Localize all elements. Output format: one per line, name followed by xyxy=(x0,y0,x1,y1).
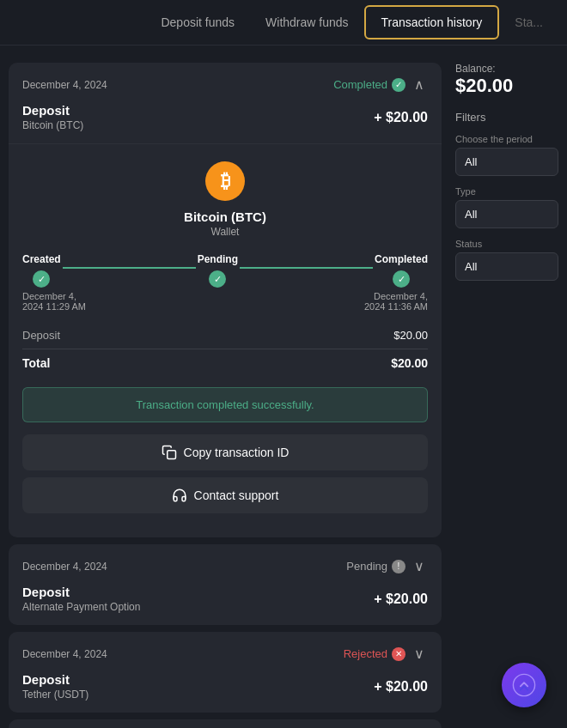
tx3-toggle-btn[interactable]: ∨ xyxy=(411,644,428,664)
main-content: December 4, 2024 Completed ✓ ∧ Deposit B… xyxy=(0,46,567,728)
period-filter-select[interactable]: All xyxy=(455,148,558,176)
tx3-status-icon: ✕ xyxy=(392,647,405,661)
header-nav: Deposit funds Withdraw funds Transaction… xyxy=(0,0,567,46)
type-filter-group: Type All xyxy=(455,186,558,228)
svg-rect-0 xyxy=(167,451,175,459)
success-message: Transaction completed successfully. xyxy=(22,387,428,422)
status-filter-label: Status xyxy=(455,239,558,249)
tx1-status-icon: ✓ xyxy=(392,78,405,92)
copy-icon xyxy=(162,445,177,460)
balance-section: Balance: $20.00 xyxy=(455,63,558,97)
tx1-expanded: ₿ Bitcoin (BTC) Wallet Created ✓ Pending… xyxy=(9,143,442,537)
status-filter-group: Status All xyxy=(455,239,558,281)
contact-support-btn[interactable]: Contact support xyxy=(22,477,428,513)
period-filter-group: Choose the period All xyxy=(455,134,558,176)
tx1-amount: + $20.00 xyxy=(374,110,428,125)
svg-point-1 xyxy=(513,674,534,695)
nav-history[interactable]: Transaction history xyxy=(364,5,500,39)
coin-icon-wrap: ₿ xyxy=(22,161,428,201)
transaction-list: December 4, 2024 Completed ✓ ∧ Deposit B… xyxy=(9,63,442,728)
amounts-table: Deposit $20.00 Total $20.00 xyxy=(22,325,428,373)
nav-deposit[interactable]: Deposit funds xyxy=(145,0,250,46)
transaction-card-4: December 3, 2024 Completed ✓ ∨ xyxy=(9,719,442,728)
tx2-toggle-btn[interactable]: ∨ xyxy=(411,556,428,576)
step-pending-label: Pending xyxy=(198,253,238,265)
coin-subname: Wallet xyxy=(22,226,428,238)
tx3-type: Deposit xyxy=(22,672,88,687)
timestamp-created: December 4,2024 11:29 AM xyxy=(22,291,86,312)
tx2-subtype: Alternate Payment Option xyxy=(22,601,140,613)
step-created-label: Created xyxy=(22,253,61,265)
amounts-deposit-label: Deposit xyxy=(22,329,60,342)
amounts-total-label: Total xyxy=(22,356,50,370)
tx1-toggle-btn[interactable]: ∧ xyxy=(411,75,428,94)
tx3-status: Rejected ✕ xyxy=(344,647,405,661)
step-pending: Pending ✓ xyxy=(198,253,238,288)
tx3-amount: + $20.00 xyxy=(374,679,428,695)
nav-stats[interactable]: Sta... xyxy=(499,0,558,46)
tx2-info: Deposit Alternate Payment Option + $20.0… xyxy=(9,581,442,625)
timestamp-completed: December 4,2024 11:36 AM xyxy=(364,291,428,312)
tx3-subtype: Tether (USDT) xyxy=(22,689,88,701)
type-filter-label: Type xyxy=(455,186,558,197)
transaction-card-1: December 4, 2024 Completed ✓ ∧ Deposit B… xyxy=(9,63,442,537)
filters-label: Filters xyxy=(455,111,558,124)
type-filter-select[interactable]: All xyxy=(455,200,558,228)
tx2-header: December 4, 2024 Pending ! ∨ xyxy=(9,544,442,581)
step-completed: Completed ✓ xyxy=(375,253,428,288)
steps-row: Created ✓ Pending ✓ Completed ✓ xyxy=(22,253,428,288)
tx2-amount: + $20.00 xyxy=(374,592,428,607)
period-filter-label: Choose the period xyxy=(455,134,558,144)
tx3-info: Deposit Tether (USDT) + $20.00 xyxy=(9,669,442,713)
amounts-total-value: $20.00 xyxy=(391,356,428,370)
tx1-type: Deposit xyxy=(22,103,83,118)
amounts-deposit-value: $20.00 xyxy=(393,329,428,342)
nav-withdraw[interactable]: Withdraw funds xyxy=(250,0,363,46)
tx3-header: December 4, 2024 Rejected ✕ ∨ xyxy=(9,632,442,669)
copy-tx-id-btn[interactable]: Copy transaction ID xyxy=(22,434,428,470)
step-connector-2 xyxy=(240,267,373,269)
tx2-status: Pending ! xyxy=(346,560,405,573)
step-pending-dot: ✓ xyxy=(209,270,226,288)
balance-label: Balance: xyxy=(455,63,558,75)
step-connector-1 xyxy=(63,267,196,269)
step-completed-dot: ✓ xyxy=(393,270,410,288)
tx2-type: Deposit xyxy=(22,585,140,599)
status-filter-select[interactable]: All xyxy=(455,252,558,281)
tx1-header: December 4, 2024 Completed ✓ ∧ xyxy=(9,63,442,100)
fab-button[interactable] xyxy=(502,663,546,707)
tx1-date: December 4, 2024 xyxy=(22,79,107,91)
step-created-dot: ✓ xyxy=(33,270,50,288)
tx3-date: December 4, 2024 xyxy=(22,648,107,660)
coin-name: Bitcoin (BTC) xyxy=(22,209,428,224)
fab-icon xyxy=(512,673,536,697)
tx2-date: December 4, 2024 xyxy=(22,561,107,573)
amounts-deposit-row: Deposit $20.00 xyxy=(22,325,428,345)
tx2-status-icon: ! xyxy=(392,560,405,573)
headset-icon xyxy=(172,488,187,503)
transaction-card-3: December 4, 2024 Rejected ✕ ∨ Deposit Te… xyxy=(9,632,442,713)
btc-icon: ₿ xyxy=(205,161,245,201)
amounts-total-row: Total $20.00 xyxy=(22,349,428,373)
tx4-header: December 3, 2024 Completed ✓ ∨ xyxy=(9,719,442,728)
tx1-subtype: Bitcoin (BTC) xyxy=(22,119,83,131)
tx1-status: Completed ✓ xyxy=(333,78,405,92)
balance-value: $20.00 xyxy=(455,75,558,97)
tx1-info: Deposit Bitcoin (BTC) + $20.00 xyxy=(9,100,442,143)
step-completed-label: Completed xyxy=(375,253,428,265)
sidebar: Balance: $20.00 Filters Choose the perio… xyxy=(455,63,558,728)
step-created: Created ✓ xyxy=(22,253,61,288)
transaction-card-2: December 4, 2024 Pending ! ∨ Deposit Alt… xyxy=(9,544,442,625)
timestamps-row: December 4,2024 11:29 AM December 4,2024… xyxy=(22,291,428,312)
